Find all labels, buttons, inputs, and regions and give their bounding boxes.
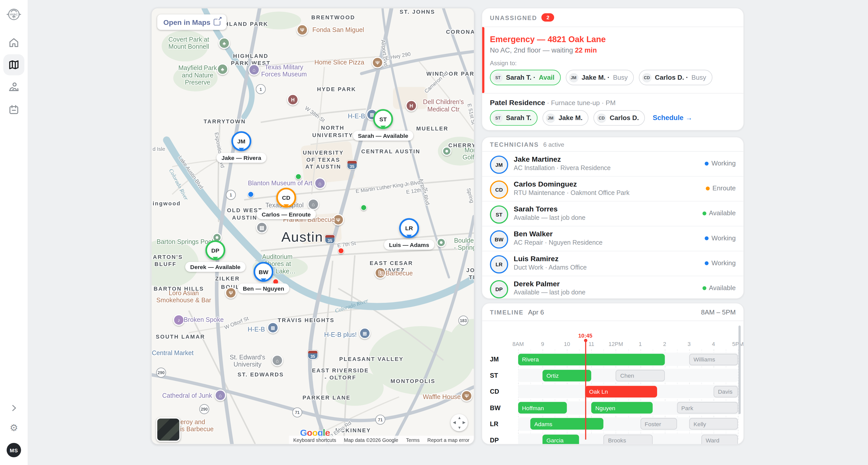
technicians-panel: TECHNICIANS 6 active JMJake MartinezAC I… <box>482 137 744 299</box>
technician-map-marker-bw[interactable]: BW <box>253 262 274 282</box>
map-poi-label: Cathedral of Junk <box>162 392 212 399</box>
timeline-bar-kelly[interactable]: Kelly <box>689 418 738 430</box>
timeline-bar-ortiz[interactable]: Ortiz <box>542 370 591 381</box>
technician-map-marker-cd[interactable]: CD <box>276 188 296 208</box>
timeline-row-label: DP <box>490 437 499 443</box>
timeline-bar-park[interactable]: Park <box>677 402 738 414</box>
timeline-bar-nguyen[interactable]: Nguyen <box>591 402 653 414</box>
timeline-hour-tick: 8AM <box>513 341 524 347</box>
museum-poi-icon: ⌂ <box>214 390 226 401</box>
open-in-maps-button[interactable]: Open in Maps <box>157 14 226 30</box>
technician-row-jm[interactable]: JMJake MartinezAC Installation · Rivera … <box>482 152 743 177</box>
satellite-view-toggle[interactable] <box>156 417 181 442</box>
sidebar: HVAC <box>0 0 28 465</box>
fork-poi-icon: Ψ <box>225 287 237 299</box>
pan-left-icon[interactable]: ◀ <box>453 420 456 424</box>
user-avatar[interactable]: MS <box>7 443 21 457</box>
technician-row-st[interactable]: STSarah TorresAvailable — last job doneA… <box>482 202 743 226</box>
technician-map-marker-st[interactable]: ST <box>373 109 393 129</box>
map-district-label: NORTH UNIVERSITY <box>312 125 353 139</box>
status-dot <box>705 161 709 165</box>
nav-technicians-icon[interactable] <box>8 81 20 93</box>
sidebar-expand-chevron-icon[interactable] <box>9 404 18 412</box>
timeline-bar-foster[interactable]: Foster <box>640 418 677 430</box>
technician-map-marker-dp[interactable]: DP <box>205 240 225 260</box>
timeline-bar-brooks[interactable]: Brooks <box>603 434 652 444</box>
section-divider <box>482 93 743 93</box>
timeline-panel: TIMELINE Apr 6 8AM – 5PM 8AM9101112PM123… <box>482 303 744 444</box>
technician-map-marker-jm[interactable]: JM <box>231 131 251 151</box>
attribution-link[interactable]: Keyboard shortcuts <box>293 437 336 443</box>
pan-right-icon[interactable]: ▶ <box>463 420 466 424</box>
map-poi-label: Morris Golf Co <box>462 147 474 161</box>
assign-chip-st[interactable]: STSarah T. <box>490 110 537 126</box>
job-location-dot[interactable] <box>361 205 367 211</box>
timeline-scrollbar[interactable] <box>738 326 741 414</box>
chip-status: Busy <box>613 73 628 82</box>
timeline-hour-tick: 5PM <box>732 341 744 347</box>
status-dot <box>705 236 709 240</box>
timeline-bar-davis[interactable]: Davis <box>713 386 738 398</box>
map-district-label: ST. EDWARDS <box>238 371 284 378</box>
chip-avatar: JM <box>546 113 555 123</box>
assign-chip-jm[interactable]: JMJake M. ·Busy <box>565 70 634 85</box>
timeline-chart: 8AM9101112PM12345PMJMRiveraWilliamsSTOrt… <box>482 320 743 444</box>
technician-row-lr[interactable]: LRLuis RamirezDuct Work · Adams OfficeWo… <box>482 251 743 276</box>
timeline-range: 8AM – 5PM <box>701 308 736 316</box>
timeline-hour-tick: 12PM <box>609 341 623 347</box>
assign-chip-cd[interactable]: CDCarlos D. <box>594 110 645 126</box>
train-poi-icon: ▤ <box>256 222 268 234</box>
job-location-dot[interactable] <box>338 248 344 254</box>
waiting-time: 22 min <box>575 46 597 54</box>
technician-map-marker-lr[interactable]: LR <box>399 218 419 238</box>
nav-home-icon[interactable] <box>8 37 20 48</box>
map-district-label: BRENTWOOD <box>311 14 355 21</box>
pan-up-icon[interactable]: ▲ <box>458 416 461 420</box>
timeline-bar-garcia[interactable]: Garcia <box>542 434 579 444</box>
map-district-label: llingwood <box>151 200 181 207</box>
hospital-poi-icon: H <box>406 100 417 112</box>
museum-poi-icon: ⌂ <box>248 64 260 75</box>
assign-chip-cd[interactable]: CDCarlos D. ·Busy <box>639 70 712 85</box>
cart-poi-icon: ⊞ <box>267 322 279 334</box>
attribution-link[interactable]: Terms <box>406 437 420 443</box>
parkdot-poi-icon <box>442 147 452 156</box>
timeline-hour-tick: 9 <box>541 341 544 347</box>
schedule-link[interactable]: Schedule → <box>653 114 692 122</box>
technician-row-bw[interactable]: BWBen WalkerAC Repair · Nguyen Residence… <box>482 226 743 251</box>
map-pan-control[interactable]: ▲ ▼ ◀ ▶ <box>451 414 468 431</box>
job-location-dot[interactable] <box>296 174 302 180</box>
current-time-line <box>585 340 586 439</box>
timeline-bar-hoffman[interactable]: Hoffman <box>518 402 567 414</box>
map-canvas[interactable]: ST. JOHNSBRENTWOODHIGHLAND PARKHIGHLAND … <box>151 8 474 445</box>
status-label: Working <box>711 259 736 267</box>
timeline-bar-williams[interactable]: Williams <box>689 353 738 365</box>
nav-schedule-icon[interactable] <box>8 104 20 115</box>
technician-row-dp[interactable]: DPDerek PalmerAvailable — last job doneA… <box>482 276 743 301</box>
map-street-label: d Isle <box>153 146 165 152</box>
assign-chip-jm[interactable]: JMJake M. <box>542 110 589 126</box>
timeline-title: TIMELINE <box>490 309 524 315</box>
cart-poi-icon: ⊞ <box>359 328 371 339</box>
timeline-bar-adams[interactable]: Adams <box>530 418 604 430</box>
timeline-bar-rivera[interactable]: Rivera <box>518 353 665 365</box>
timeline-bar-chen[interactable]: Chen <box>616 370 664 381</box>
chip-avatar: JM <box>569 73 578 82</box>
job-location-dot[interactable] <box>248 191 254 197</box>
status-label: Available <box>709 209 736 217</box>
map-district-label: PLEASANT VALLEY <box>339 356 404 363</box>
map-district-label: EAST RIVERSIDE - OLTORF <box>312 367 369 381</box>
timeline-bar-ward[interactable]: Ward <box>701 434 738 444</box>
timeline-bar-oak-ln[interactable]: Oak Ln <box>585 386 657 398</box>
assign-chip-st[interactable]: STSarah T. ·Avail <box>490 70 560 85</box>
open-in-maps-label: Open in Maps <box>163 18 210 26</box>
pan-down-icon[interactable]: ▼ <box>458 426 461 430</box>
settings-gear-icon[interactable]: ⚙ <box>10 422 18 434</box>
map-poi-label: Loro Asian Smokehouse & Bar <box>156 289 211 304</box>
capitol-poi-icon: ⌂ <box>308 198 319 210</box>
nav-map-icon[interactable] <box>8 59 20 70</box>
current-time-label: 10:45 <box>577 333 594 339</box>
highway-shield: 290 <box>199 404 209 414</box>
technician-row-cd[interactable]: CDCarlos DominguezRTU Maintenance · Oakm… <box>482 177 743 202</box>
attribution-link[interactable]: Report a map error <box>427 437 469 443</box>
